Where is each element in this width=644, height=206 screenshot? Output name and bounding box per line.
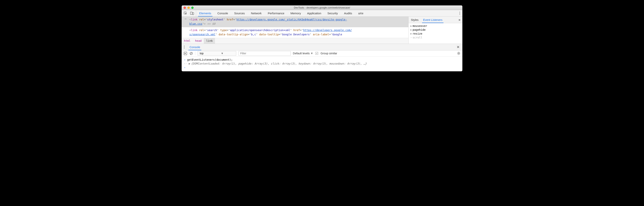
sidebar-more-icon[interactable]: » — [456, 18, 462, 22]
tab-memory[interactable]: Memory — [288, 10, 304, 17]
device-toggle-icon[interactable] — [190, 11, 194, 15]
main-toolbar: Elements Console Sources Network Perform… — [182, 10, 462, 17]
main-tabs: Elements Console Sources Network Perform… — [196, 10, 457, 17]
group-similar-label: Group similar — [320, 52, 337, 55]
more-menu-icon[interactable] — [460, 12, 460, 15]
clear-console-icon[interactable] — [189, 52, 193, 55]
dom-tree[interactable]: ⋯ <link rel="stylesheet" href="https://d… — [182, 17, 408, 38]
svg-point-6 — [458, 53, 459, 54]
sidebar-tab-event-listeners[interactable]: Event Listeners — [421, 17, 445, 23]
sidebar-tab-styles[interactable]: Styles — [408, 17, 421, 23]
window-title: DevTools - developers.google.com/web/sho… — [182, 6, 462, 9]
log-levels-selector[interactable]: Default levels ▼ — [293, 52, 313, 55]
dom-node-content: <link rel="stylesheet" href="https://dev… — [189, 17, 408, 27]
disclosure-triangle-icon[interactable]: ▶ — [410, 33, 412, 35]
drawer-menu-icon[interactable] — [184, 46, 184, 49]
main-split: ⋯ <link rel="stylesheet" href="https://d… — [182, 17, 462, 44]
tab-network[interactable]: Network — [248, 10, 265, 17]
live-expression-icon[interactable] — [184, 52, 187, 55]
disclosure-triangle-icon[interactable]: ▾ — [410, 36, 412, 39]
disclosure-triangle-icon[interactable]: ▶ — [410, 29, 412, 31]
caret-down-icon: ▼ — [221, 52, 224, 55]
console-result[interactable]: ▶{DOMContentLoaded: Array(1), pagehide: … — [189, 62, 367, 65]
toolbar-left-controls — [182, 10, 196, 17]
console-filter-input[interactable] — [238, 51, 290, 56]
listener-item[interactable]: ▶pagehide — [408, 28, 462, 32]
console-prompt-row[interactable]: › — [182, 65, 462, 69]
console-output[interactable]: › getEventListeners(document); ‹· ▶{DOMC… — [182, 57, 462, 71]
dom-node[interactable]: <link rel="search" type="application/ope… — [182, 27, 408, 38]
listener-item[interactable]: ▾scroll — [408, 36, 462, 39]
crumb-head[interactable]: head — [193, 38, 204, 44]
close-window-button[interactable] — [184, 7, 186, 9]
toolbar-right — [457, 12, 462, 15]
sidebar-tabs: Styles Event Listeners » — [408, 17, 462, 23]
dom-node-selected[interactable]: ⋯ <link rel="stylesheet" href="https://d… — [182, 17, 408, 27]
window-controls — [182, 7, 194, 9]
tab-performance[interactable]: Performance — [265, 10, 288, 17]
svg-line-14 — [460, 52, 460, 53]
tab-elements[interactable]: Elements — [196, 10, 214, 17]
dom-breadcrumbs: html head link — [182, 38, 408, 44]
console-drawer: Console ✕ top▼ Default levels ▼ ✓ Group … — [182, 44, 462, 71]
svg-rect-2 — [192, 13, 194, 15]
tab-security[interactable]: Security — [324, 10, 341, 17]
group-similar-checkbox[interactable]: ✓ — [316, 52, 318, 55]
new-prompt-icon: › — [184, 66, 186, 69]
drawer-tab-console[interactable]: Console — [187, 44, 203, 50]
devtools-window: DevTools - developers.google.com/web/sho… — [182, 6, 462, 71]
listener-item[interactable]: ▶resize — [408, 32, 462, 36]
svg-rect-1 — [190, 12, 192, 15]
expand-object-icon[interactable]: ▶ — [189, 62, 190, 65]
styles-sidebar: Styles Event Listeners » ▶mouseover ▶pag… — [408, 17, 462, 44]
listener-item[interactable]: ▶mouseover — [408, 24, 462, 28]
context-selector[interactable]: top▼ — [198, 51, 236, 56]
svg-line-11 — [458, 52, 458, 53]
disclosure-triangle-icon[interactable]: ▶ — [410, 25, 412, 27]
input-prompt-icon: › — [184, 58, 186, 61]
dom-row-menu-icon[interactable]: ⋯ — [184, 17, 186, 21]
svg-line-5 — [190, 53, 192, 54]
event-listeners-list: ▶mouseover ▶pagehide ▶resize ▾scroll — [408, 23, 462, 44]
svg-line-13 — [458, 54, 458, 54]
console-input-row: › getEventListeners(document); — [182, 58, 462, 62]
maximize-window-button[interactable] — [191, 7, 194, 9]
tab-sources[interactable]: Sources — [231, 10, 248, 17]
svg-line-12 — [460, 54, 460, 54]
drawer-close-icon[interactable]: ✕ — [454, 45, 462, 49]
crumb-html[interactable]: html — [182, 38, 193, 44]
caret-down-icon: ▼ — [310, 52, 313, 55]
minimize-window-button[interactable] — [188, 7, 190, 9]
console-command: getEventListeners(document); — [187, 58, 232, 61]
console-settings-icon[interactable] — [457, 52, 460, 55]
output-prompt-icon: ‹· — [184, 62, 187, 65]
tab-audits[interactable]: Audits — [341, 10, 355, 17]
dom-node-content: <link rel="search" type="application/ope… — [189, 27, 408, 38]
tab-axe[interactable]: aXe — [355, 10, 366, 17]
console-toolbar: top▼ Default levels ▼ ✓ Group similar — [182, 50, 462, 57]
titlebar: DevTools - developers.google.com/web/sho… — [182, 6, 462, 10]
drawer-header: Console ✕ — [182, 44, 462, 50]
console-result-row: ‹· ▶{DOMContentLoaded: Array(1), pagehid… — [182, 62, 462, 65]
tab-application[interactable]: Application — [304, 10, 324, 17]
elements-pane: ⋯ <link rel="stylesheet" href="https://d… — [182, 17, 408, 44]
inspect-element-icon[interactable] — [184, 11, 188, 15]
crumb-link[interactable]: link — [204, 38, 215, 44]
tab-console[interactable]: Console — [214, 10, 231, 17]
